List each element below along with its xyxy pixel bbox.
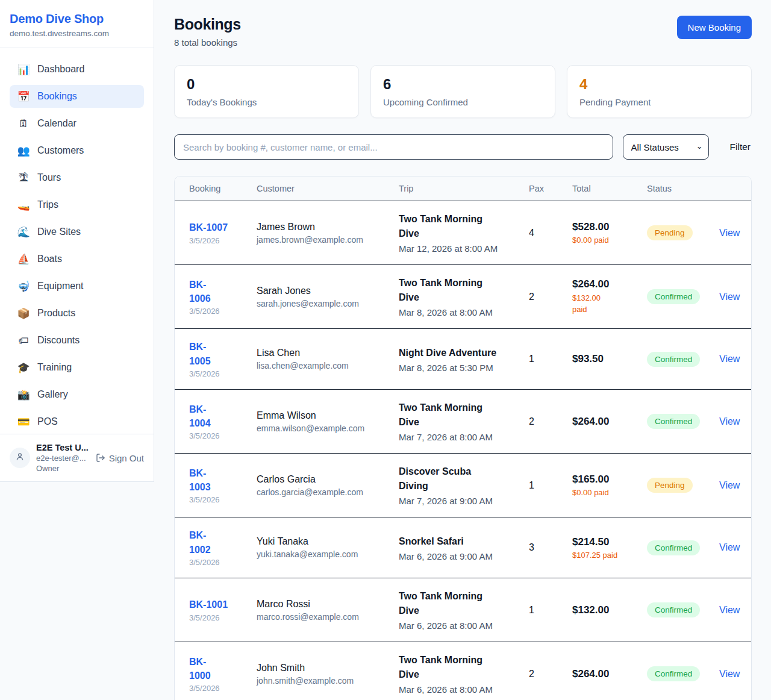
booking-id-link[interactable]: BK-1001	[189, 598, 257, 611]
view-link[interactable]: View	[719, 542, 740, 553]
sidebar-item-trips[interactable]: 🚤 Trips	[10, 193, 144, 216]
booking-date: 3/5/2026	[189, 369, 257, 378]
page-title: Bookings	[174, 16, 241, 33]
sidebar-item-customers[interactable]: 👥 Customers	[10, 139, 144, 162]
total-amount: $165.00	[572, 473, 647, 486]
customer-name: Lisa Chen	[257, 348, 399, 358]
user-info: E2E Test U... e2e-tester@... Owner	[36, 443, 90, 473]
sidebar-item-boats[interactable]: ⛵ Boats	[10, 248, 144, 270]
table-row: BK-1007 3/5/2026 James Brown james.brown…	[175, 201, 751, 265]
view-link[interactable]: View	[719, 669, 740, 680]
stat-label: Upcoming Confirmed	[383, 97, 543, 107]
booking-id-link[interactable]: BK-1003	[189, 466, 216, 494]
user-role: Owner	[36, 464, 90, 473]
filter-button[interactable]: Filter	[729, 139, 752, 155]
new-booking-button[interactable]: New Booking	[677, 16, 752, 39]
status-cell: Pending	[647, 478, 719, 493]
trip-datetime: Mar 6, 2026 at 9:00 AM	[399, 551, 529, 561]
booking-date: 3/5/2026	[189, 236, 257, 245]
trip-datetime: Mar 7, 2026 at 9:00 AM	[399, 496, 529, 506]
status-select[interactable]: All Statuses	[623, 134, 709, 160]
sidebar-item-discounts[interactable]: 🏷 Discounts	[10, 329, 144, 352]
user-name: E2E Test U...	[36, 443, 90, 452]
status-badge: Confirmed	[647, 602, 700, 617]
sign-out-icon	[96, 453, 105, 463]
sidebar-item-equipment[interactable]: 🤿 Equipment	[10, 275, 144, 298]
sidebar-item-training[interactable]: 🎓 Training	[10, 356, 144, 379]
pax-cell: 3	[529, 542, 572, 553]
status-badge: Confirmed	[647, 352, 700, 367]
total-cell: $93.50	[572, 353, 647, 365]
status-cell: Confirmed	[647, 540, 719, 555]
trip-cell: Two Tank Morning Dive Mar 7, 2026 at 8:0…	[399, 401, 529, 442]
column-header-booking: Booking	[189, 184, 257, 193]
sidebar-item-tours[interactable]: 🏝 Tours	[10, 166, 144, 189]
customer-email: james.brown@example.com	[257, 235, 399, 245]
pax-cell: 1	[529, 480, 572, 491]
view-link[interactable]: View	[719, 480, 740, 491]
booking-id-link[interactable]: BK-1004	[189, 402, 216, 430]
sidebar-item-label: Calendar	[37, 118, 76, 129]
credit-card-icon: 💳	[17, 417, 30, 427]
table-row: BK-1004 3/5/2026 Emma Wilson emma.wilson…	[175, 390, 751, 454]
status-badge: Confirmed	[647, 414, 700, 429]
status-cell: Confirmed	[647, 602, 719, 617]
sidebar-item-gallery[interactable]: 📸 Gallery	[10, 383, 144, 406]
user-email: e2e-tester@...	[36, 454, 90, 463]
island-icon: 🏝	[17, 173, 30, 183]
status-badge: Confirmed	[647, 666, 700, 681]
stat-card-upcoming-confirmed: 6 Upcoming Confirmed	[370, 65, 555, 118]
booking-date: 3/5/2026	[189, 495, 257, 504]
view-link[interactable]: View	[719, 292, 740, 302]
sidebar-item-products[interactable]: 📦 Products	[10, 302, 144, 325]
table-row: BK-1002 3/5/2026 Yuki Tanaka yuki.tanaka…	[175, 517, 751, 578]
column-header-customer: Customer	[257, 184, 399, 193]
view-link[interactable]: View	[719, 605, 740, 616]
sidebar-item-pos[interactable]: 💳 POS	[10, 410, 144, 433]
wave-icon: 🌊	[17, 227, 30, 237]
sidebar-nav: 📊 Dashboard 📅 Bookings 🗓 Calendar 👥 Cust…	[0, 48, 154, 434]
search-input[interactable]	[174, 134, 613, 160]
booking-id-link[interactable]: BK-1000	[189, 655, 216, 683]
view-link[interactable]: View	[719, 354, 740, 364]
sidebar-item-calendar[interactable]: 🗓 Calendar	[10, 112, 144, 135]
view-link[interactable]: View	[719, 228, 740, 239]
customer-cell: John Smith john.smith@example.com	[257, 663, 399, 686]
customer-cell: James Brown james.brown@example.com	[257, 222, 399, 245]
filter-row: All Statuses ⌄ Filter	[174, 134, 752, 160]
sign-out-button[interactable]: Sign Out	[96, 453, 144, 463]
stat-value: 6	[383, 76, 543, 93]
total-amount: $93.50	[572, 353, 647, 365]
person-icon	[14, 451, 25, 464]
sidebar-item-label: Products	[37, 308, 75, 319]
customer-name: James Brown	[257, 222, 399, 233]
sidebar-item-dashboard[interactable]: 📊 Dashboard	[10, 58, 144, 81]
trip-cell: Discover Scuba Diving Mar 7, 2026 at 9:0…	[399, 464, 529, 506]
booking-id-link[interactable]: BK-1002	[189, 528, 216, 556]
status-badge: Pending	[647, 225, 693, 240]
view-link[interactable]: View	[719, 416, 740, 427]
total-cell: $214.50 $107.25 paid	[572, 536, 647, 560]
package-icon: 📦	[17, 308, 30, 319]
trip-name: Snorkel Safari	[399, 534, 498, 549]
table-row: BK-1005 3/5/2026 Lisa Chen lisa.chen@exa…	[175, 329, 751, 390]
sidebar-item-dive-sites[interactable]: 🌊 Dive Sites	[10, 220, 144, 243]
page-subtitle: 8 total bookings	[174, 37, 241, 48]
status-cell: Confirmed	[647, 352, 719, 367]
sidebar-item-label: POS	[37, 416, 58, 427]
total-amount: $214.50	[572, 536, 647, 548]
customer-name: Carlos Garcia	[257, 474, 399, 485]
column-header-trip: Trip	[399, 184, 529, 193]
trip-name: Two Tank Morning Dive	[399, 653, 498, 682]
customer-email: yuki.tanaka@example.com	[257, 549, 399, 559]
stat-value: 4	[579, 76, 739, 93]
paid-amount: $0.00 paid	[572, 236, 647, 245]
sidebar-item-bookings[interactable]: 📅 Bookings	[10, 85, 144, 108]
booking-id-link[interactable]: BK-1005	[189, 340, 216, 367]
sidebar-item-label: Dashboard	[37, 64, 84, 75]
booking-id-link[interactable]: BK-1007	[189, 220, 257, 234]
column-header-total: Total	[572, 184, 647, 193]
stat-card-todays-bookings: 0 Today's Bookings	[174, 65, 359, 118]
booking-id-link[interactable]: BK-1006	[189, 278, 216, 305]
sidebar-item-label: Gallery	[37, 389, 68, 400]
